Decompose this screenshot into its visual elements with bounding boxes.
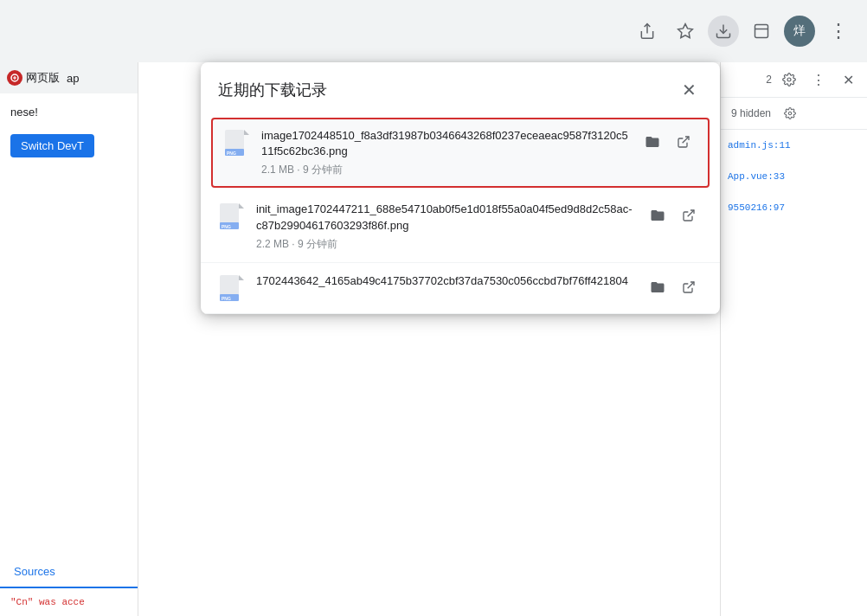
devtools-panel: 网页版 ap nese! Switch DevT Sources "Cn" wa… (0, 62, 138, 616)
file-info-3: 1702443642_4165ab49c4175b37702­cbf37da75… (256, 273, 633, 292)
open-external-button-2[interactable] (675, 202, 703, 229)
svg-marker-1 (678, 24, 693, 38)
tab-layout-button[interactable] (746, 16, 777, 47)
devtools-header: 2 ⋮ ✕ (721, 62, 867, 98)
browser-toolbar: 烊 ⋮ (0, 0, 867, 62)
file-meta-1: 2.1 MB · 9 分钟前 (261, 163, 628, 177)
file-name-2: init_image1702447211_688e54710ab­0f5e1d0… (256, 202, 633, 233)
switch-devtools-button[interactable]: Switch DevT (10, 134, 94, 157)
svg-marker-14 (239, 203, 244, 209)
file-icon-1: PNG (223, 130, 251, 157)
open-folder-button-2[interactable] (644, 202, 671, 229)
page-content: 网页版 ap nese! Switch DevT Sources "Cn" wa… (0, 62, 867, 616)
ap-label: ap (67, 72, 79, 85)
item-actions-3 (644, 273, 703, 301)
devtools-nav: Sources (0, 557, 138, 588)
browser-tab-bar: 网页版 ap (0, 62, 138, 93)
source-position-link[interactable]: 9550216:97 (728, 202, 860, 213)
svg-text:PNG: PNG (222, 296, 231, 301)
popup-title: 近期的下载记录 (218, 80, 327, 100)
item-actions-2 (644, 202, 703, 229)
file-icon-3: PNG (218, 275, 246, 303)
open-external-button-3[interactable] (675, 273, 703, 301)
number-indicator: 2 (766, 74, 772, 86)
app-vue-link[interactable]: App.vue:33 (728, 171, 860, 182)
chrome-menu-button[interactable]: ⋮ (822, 16, 853, 47)
console-output: "Cn" was acce (0, 588, 138, 617)
hidden-badge-row: 9 hidden (721, 98, 867, 130)
file-icon-2: PNG (218, 203, 246, 231)
avatar-text: 烊 (793, 23, 806, 39)
svg-line-22 (688, 282, 694, 288)
svg-marker-9 (244, 130, 249, 135)
download-button[interactable] (708, 16, 739, 47)
more-dots-icon: ⋮ (812, 72, 825, 88)
open-folder-button-1[interactable] (639, 128, 666, 156)
close-icon: ✕ (843, 72, 854, 88)
svg-rect-3 (755, 25, 768, 38)
item-actions-1 (639, 128, 697, 156)
settings-button[interactable] (777, 67, 801, 92)
file-meta-2: 2.2 MB · 9 分钟前 (256, 237, 633, 252)
popup-close-icon: ✕ (682, 80, 697, 100)
open-folder-button-3[interactable] (644, 273, 671, 301)
svg-marker-19 (239, 275, 244, 280)
download-item-2[interactable]: PNG init_image1702447211_688e54710ab­0f5… (201, 191, 720, 262)
download-popup: 近期的下载记录 ✕ PNG (201, 62, 720, 314)
file-name-3: 1702443642_4165ab49c4175b37702­cbf37da75… (256, 273, 633, 289)
download-item-3[interactable]: PNG 1702443642_4165ab49c4175b37702­cbf37… (201, 263, 720, 314)
hidden-settings-button[interactable] (778, 101, 802, 125)
hidden-count: 9 hidden (728, 107, 774, 119)
devtools-content: admin.js:11 App.vue:33 9550216:97 (721, 130, 867, 616)
download-item-1[interactable]: PNG image1702448510_f8a3df3­1987b0346643… (211, 118, 710, 188)
svg-line-17 (688, 210, 694, 216)
tab-label: 网页版 (26, 70, 60, 86)
lang-notice-text: nese! (0, 100, 138, 124)
console-text: "Cn" was acce (10, 597, 85, 607)
file-info-1: image1702448510_f8a3df3­1987b0346643268f… (261, 128, 628, 177)
share-button[interactable] (632, 16, 663, 47)
sources-tab[interactable]: Sources (10, 565, 59, 578)
bookmark-button[interactable] (670, 16, 701, 47)
user-avatar-button[interactable]: 烊 (784, 16, 815, 47)
admin-js-link[interactable]: admin.js:11 (728, 140, 860, 151)
svg-line-12 (683, 137, 689, 143)
open-external-button-1[interactable] (670, 128, 697, 156)
file-info-2: init_image1702447211_688e54710ab­0f5e1d0… (256, 202, 633, 251)
popup-close-button[interactable]: ✕ (675, 76, 703, 104)
devtools-right-pane: 2 ⋮ ✕ 9 hidden admin.js:11 (720, 62, 867, 616)
left-page-area: nese! Switch DevT (0, 93, 138, 557)
more-options-button[interactable]: ⋮ (806, 67, 831, 92)
menu-dots-icon: ⋮ (829, 20, 847, 42)
site-icon (7, 70, 22, 86)
svg-text:PNG: PNG (227, 151, 236, 156)
svg-point-6 (787, 78, 791, 81)
download-list: PNG image1702448510_f8a3df3­1987b0346643… (201, 114, 720, 314)
close-devtools-button[interactable]: ✕ (836, 67, 860, 92)
popup-header: 近期的下载记录 ✕ (201, 62, 720, 114)
svg-point-7 (788, 112, 792, 115)
file-name-1: image1702448510_f8a3df3­1987b0346643268f… (261, 128, 628, 159)
svg-text:PNG: PNG (222, 224, 231, 229)
